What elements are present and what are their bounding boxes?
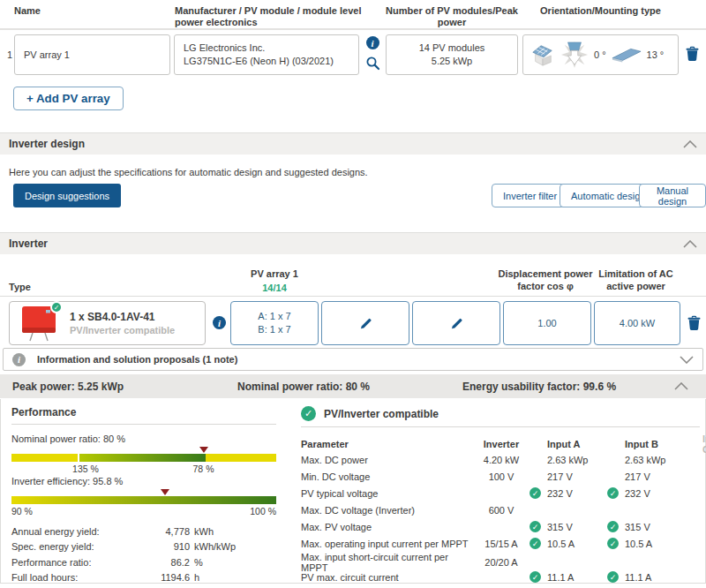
stat-unit: kWh/kWp	[194, 541, 236, 552]
pv-array-count: 14/14	[225, 282, 324, 294]
inverter-title: Inverter	[9, 237, 48, 250]
edit-box-1[interactable]	[321, 301, 409, 345]
module-count-value: 14 PV modules	[419, 41, 485, 55]
module-select-box[interactable]: LG Electronics Inc. LG375N1C-E6 (Neon H)…	[174, 34, 359, 75]
cos-phi-column-header: Displacement power factor cos φ	[498, 268, 593, 292]
module-actions	[364, 36, 381, 71]
note-info-icon	[12, 353, 26, 366]
check-icon	[607, 538, 619, 549]
edit-box-2[interactable]	[412, 301, 500, 345]
azimuth-value: 0 °	[594, 49, 606, 60]
inverter-type-box[interactable]: 1 x SB4.0-1AV-41 PV/Inverter compatible	[9, 301, 206, 345]
stat-value: 910	[151, 541, 190, 552]
pv-design-page: Name Manufacturer / PV module / module l…	[0, 0, 706, 588]
orientation-box[interactable]: 0 ° 13 °	[522, 34, 679, 75]
inverter-band[interactable]: Inverter	[0, 232, 706, 254]
collapse-chevron-up-icon[interactable]	[683, 140, 697, 148]
pv-array-name-input[interactable]: PV array 1	[14, 34, 170, 75]
summary-bar[interactable]: Peak power: 5.25 kWp Nominal power ratio…	[0, 374, 706, 398]
inverter-efficiency-gauge: 90 % 100 %	[11, 488, 276, 516]
input-b-value: 315 V	[625, 522, 650, 532]
input-b-value: 10.5 A	[625, 539, 652, 549]
stat-row: Annual energy yield:4,778kWh	[11, 524, 276, 539]
summary-nominal-power-ratio: Nominal power ratio: 80 %	[237, 381, 462, 393]
cos-phi-value: 1.00	[537, 317, 556, 330]
compatibility-table: Parameter Inverter Input A Input B Input…	[301, 433, 700, 585]
table-row: Max. operating input current per MPPT 15…	[301, 535, 700, 552]
ac-limit-value-box[interactable]: 4.00 kW	[594, 301, 680, 345]
performance-panel: Performance Nominal power ratio: 80 % 13…	[11, 406, 276, 588]
manual-design-button[interactable]: Manual design	[639, 184, 706, 207]
string-b-value: B: 1 x 7	[258, 323, 290, 336]
column-header-name: Name	[14, 5, 41, 17]
input-b-value: 217 V	[625, 471, 650, 482]
stat-label: Spec. energy yield:	[11, 541, 151, 552]
col-input-c: Input C	[685, 433, 706, 455]
expand-chevron-down-icon[interactable]	[680, 356, 694, 364]
stat-unit: %	[194, 557, 203, 568]
module-count-box[interactable]: 14 PV modules 5.25 kWp	[386, 34, 518, 75]
table-row: PV typical voltage 232 V 232 V	[301, 485, 700, 501]
column-header-orientation: Orientation/Mounting type	[522, 5, 679, 17]
roof-house-icon	[530, 42, 555, 67]
string-config-box[interactable]: A: 1 x 7 B: 1 x 7	[230, 301, 319, 345]
tilt-value: 13 °	[647, 49, 665, 60]
table-row: Max. input short-circuit current per MPP…	[301, 552, 700, 569]
check-icon	[530, 487, 541, 499]
design-suggestions-button[interactable]: Design suggestions	[13, 184, 121, 207]
inverter-filter-button[interactable]: Inverter filter	[492, 184, 568, 207]
input-a-value: 217 V	[547, 471, 573, 482]
inverter-value: 4.20 kW	[473, 455, 530, 465]
col-parameter: Parameter	[301, 439, 473, 449]
input-b-value: 11.1 A	[625, 572, 651, 583]
collapse-chevron-up-icon[interactable]	[683, 240, 697, 248]
input-a-value: 11.1 A	[547, 572, 574, 583]
delete-inverter-icon[interactable]	[687, 315, 702, 331]
table-header-row: Parameter Inverter Input A Input B Input…	[301, 433, 700, 449]
compatibility-panel: PV/Inverter compatible Parameter Inverte…	[301, 406, 700, 585]
information-proposals-row[interactable]: Information and solution proposals (1 no…	[3, 348, 703, 371]
inverter-design-band[interactable]: Inverter design	[0, 132, 706, 155]
input-a-value: 232 V	[547, 488, 573, 499]
param-label: Max. operating input current per MPPT	[301, 539, 473, 549]
delete-pv-array-icon[interactable]	[685, 46, 700, 62]
module-info-icon[interactable]	[366, 36, 379, 49]
inverter-device-image	[19, 304, 59, 343]
check-icon	[530, 571, 541, 583]
gauge2-tick-left: 90 %	[11, 506, 33, 516]
column-header-modules: Number of PV modules/Peak power	[386, 5, 518, 28]
inverter-value: 600 V	[473, 505, 530, 516]
ac-limit-column-header: Limitation of AC active power	[590, 268, 682, 292]
compatible-check-icon	[301, 406, 316, 421]
inverter-info-icon[interactable]	[213, 316, 226, 329]
tilt-panel-icon	[612, 46, 642, 64]
inverter-value: 15/15 A	[473, 539, 530, 549]
information-note-label: Information and solution proposals (1 no…	[37, 354, 237, 365]
module-search-icon[interactable]	[365, 56, 380, 71]
add-pv-array-button[interactable]: + Add PV array	[13, 87, 124, 110]
summary-energy-usability: Energy usability factor: 99.6 %	[462, 381, 674, 393]
param-label: Min. DC voltage	[301, 471, 473, 482]
gauge2-tick-right: 100 %	[250, 506, 276, 516]
gauge1-label: Nominal power ratio: 80 %	[11, 433, 276, 444]
gauge1-tick-right: 78 %	[193, 464, 214, 474]
divider	[301, 426, 700, 427]
string-a-value: A: 1 x 7	[258, 310, 290, 323]
details-panel: Performance Nominal power ratio: 80 % 13…	[0, 399, 706, 584]
cos-phi-value-box[interactable]: 1.00	[503, 301, 591, 345]
param-label: PV max. circuit current	[301, 572, 473, 583]
compatibility-header: PV/Inverter compatible	[301, 406, 700, 421]
column-header-manufacturer: Manufacturer / PV module / module level …	[175, 5, 362, 28]
gauge2-track	[11, 496, 276, 504]
gauge1-tick	[78, 454, 79, 462]
param-label: Max. DC voltage (Inverter)	[301, 505, 473, 516]
param-label: Max. input short-circuit current per MPP…	[301, 552, 473, 573]
gauge1-tick-left: 135 %	[72, 464, 99, 474]
type-column-header: Type	[9, 281, 31, 293]
input-b-value: 2.63 kWp	[625, 455, 665, 465]
inverter-type-name: 1 x SB4.0-1AV-41	[70, 311, 175, 323]
pv-array-name-value: PV array 1	[24, 49, 70, 60]
stat-label: Annual energy yield:	[11, 526, 151, 537]
pv-array-column-header: PV array 1	[225, 268, 324, 280]
collapse-chevron-up-icon[interactable]	[674, 382, 694, 390]
